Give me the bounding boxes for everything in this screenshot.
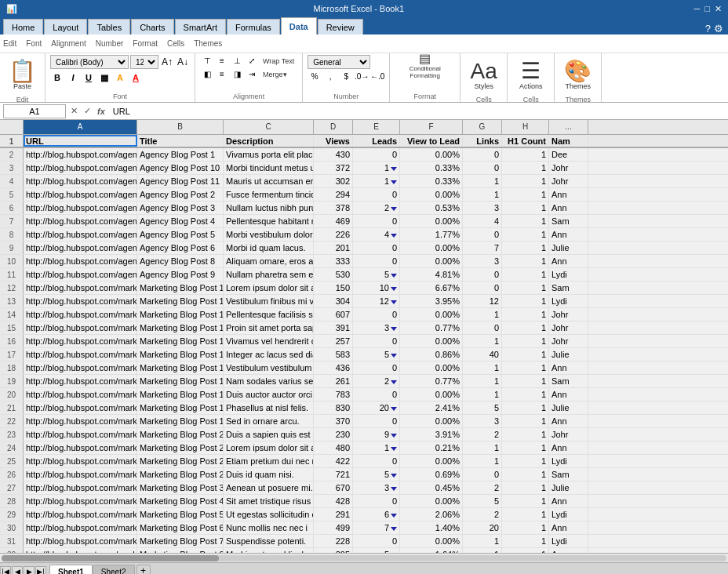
close-btn[interactable]: ✕ — [715, 4, 722, 14]
table-cell[interactable]: 1 — [502, 282, 549, 294]
table-cell[interactable]: Ann — [549, 521, 588, 534]
table-cell[interactable]: http://blog.hubspot.com/marketing/blog-p… — [24, 415, 137, 427]
table-cell[interactable]: Marketing Blog Post 15 — [137, 348, 224, 361]
increase-font-btn[interactable]: A↑ — [160, 56, 174, 67]
table-cell[interactable]: Integer ac lacus sed dia — [224, 348, 314, 361]
table-cell[interactable]: 1 — [502, 175, 549, 187]
cell-I1[interactable]: Nam — [549, 135, 588, 147]
table-cell[interactable]: Julie — [549, 401, 588, 414]
table-cell[interactable]: 3.95% — [400, 295, 463, 307]
table-cell[interactable]: http://blog.hubspot.com/marketing/blog-p… — [24, 495, 137, 507]
table-cell[interactable]: http://blog.hubspot.com/agency/blog-post… — [24, 215, 137, 227]
table-cell[interactable]: 333 — [314, 255, 353, 267]
table-cell[interactable]: 0 — [353, 388, 400, 401]
table-cell[interactable]: Marketing Blog Post 4 — [137, 495, 224, 507]
row-num-11[interactable]: 11 — [0, 268, 24, 281]
row-num-10[interactable]: 10 — [0, 255, 24, 267]
table-cell[interactable]: 150 — [314, 282, 353, 294]
table-cell[interactable]: http://blog.hubspot.com/marketing/blog-p… — [24, 455, 137, 467]
table-cell[interactable]: Pellentesque facilisis sa — [224, 308, 314, 321]
table-cell[interactable]: 1 — [463, 308, 502, 321]
table-cell[interactable]: Agency Blog Post 11 — [137, 175, 224, 187]
row-num-20[interactable]: 20 — [0, 388, 24, 401]
table-cell[interactable]: 1 — [502, 481, 549, 494]
angle-text-btn[interactable]: ⤢ — [245, 55, 259, 67]
table-cell[interactable]: Mauris ut accumsan ero — [224, 175, 314, 187]
insert-function-icon[interactable]: fx — [96, 107, 107, 116]
table-cell[interactable]: Marketing Blog Post 7 — [137, 535, 224, 547]
indent-btn[interactable]: ⇥ — [245, 68, 259, 80]
paste-button[interactable]: 📋 Paste — [5, 55, 40, 96]
table-cell[interactable]: Johr — [549, 428, 588, 441]
table-cell[interactable]: http://blog.hubspot.com/marketing/blog-p… — [24, 441, 137, 454]
col-header-G[interactable]: G — [463, 120, 502, 134]
italic-button[interactable]: I — [66, 71, 80, 85]
table-cell[interactable]: http://blog.hubspot.com/marketing/blog-p… — [24, 548, 137, 553]
table-cell[interactable]: 0.45% — [400, 481, 463, 494]
table-cell[interactable]: 1 — [463, 375, 502, 387]
table-cell[interactable]: 1 — [502, 548, 549, 553]
row-num-32[interactable]: 32 — [0, 548, 24, 553]
minimize-btn[interactable]: ─ — [694, 4, 701, 14]
table-cell[interactable]: 40 — [463, 348, 502, 361]
increase-decimal-btn[interactable]: .0→ — [355, 71, 369, 82]
table-cell[interactable]: Ann — [549, 188, 588, 201]
table-cell[interactable]: 1.40% — [400, 521, 463, 534]
number-format-select[interactable]: General — [308, 55, 370, 69]
row-num-15[interactable]: 15 — [0, 322, 24, 334]
table-cell[interactable]: Duis a sapien quis est f — [224, 428, 314, 441]
table-cell[interactable]: 0 — [353, 148, 400, 161]
table-cell[interactable]: Marketing Blog Post 5 — [137, 508, 224, 521]
table-cell[interactable]: 0.53% — [400, 202, 463, 214]
row-num-25[interactable]: 25 — [0, 455, 24, 467]
table-cell[interactable]: 1 — [502, 242, 549, 254]
table-cell[interactable]: 1 — [502, 521, 549, 534]
table-cell[interactable]: Marketing Blog Post 20 — [137, 441, 224, 454]
row-num-27[interactable]: 27 — [0, 481, 24, 494]
table-cell[interactable]: 530 — [314, 268, 353, 281]
table-cell[interactable]: 1 — [502, 495, 549, 507]
table-cell[interactable]: 4 — [463, 215, 502, 227]
table-cell[interactable]: Morbi porta sed ligula s — [224, 548, 314, 553]
row-num-31[interactable]: 31 — [0, 535, 24, 547]
table-cell[interactable]: 0.21% — [400, 441, 463, 454]
table-cell[interactable]: 3 — [463, 415, 502, 427]
align-right-btn[interactable]: ◨ — [230, 68, 244, 80]
table-cell[interactable]: 422 — [314, 455, 353, 467]
table-cell[interactable]: 0 — [353, 415, 400, 427]
table-cell[interactable]: 783 — [314, 388, 353, 401]
tab-layout[interactable]: Layout — [44, 19, 87, 35]
table-cell[interactable]: 1 — [463, 188, 502, 201]
table-cell[interactable]: Vivamus vel hendrerit o — [224, 335, 314, 347]
table-cell[interactable]: 230 — [314, 428, 353, 441]
table-cell[interactable]: 1 — [502, 228, 549, 241]
table-cell[interactable]: Marketing Blog Post 12 — [137, 322, 224, 334]
sheet-prev-btn[interactable]: ◀ — [12, 566, 23, 575]
table-cell[interactable]: Julie — [549, 481, 588, 494]
table-cell[interactable]: Sam — [549, 375, 588, 387]
table-cell[interactable]: http://blog.hubspot.com/marketing/blog-p… — [24, 322, 137, 334]
table-cell[interactable]: http://blog.hubspot.com/marketing/blog-p… — [24, 468, 137, 481]
col-header-A[interactable]: A — [24, 120, 137, 134]
table-cell[interactable]: 7 — [353, 521, 400, 534]
row-num-28[interactable]: 28 — [0, 495, 24, 507]
table-cell[interactable]: 1 — [502, 428, 549, 441]
table-cell[interactable]: 257 — [314, 335, 353, 347]
table-cell[interactable]: 5 — [463, 495, 502, 507]
col-header-D[interactable]: D — [314, 120, 353, 134]
table-cell[interactable]: 20 — [353, 401, 400, 414]
table-cell[interactable]: 469 — [314, 215, 353, 227]
table-cell[interactable]: 0 — [353, 535, 400, 547]
table-cell[interactable]: 261 — [314, 375, 353, 387]
table-cell[interactable]: Agency Blog Post 3 — [137, 202, 224, 214]
table-cell[interactable]: 480 — [314, 441, 353, 454]
underline-button[interactable]: U — [82, 71, 96, 85]
actions-button[interactable]: ☰ Actions — [515, 55, 547, 96]
comma-btn[interactable]: , — [323, 71, 337, 82]
table-cell[interactable]: Sed in ornare arcu. — [224, 415, 314, 427]
table-cell[interactable]: Agency Blog Post 1 — [137, 148, 224, 161]
table-cell[interactable]: 3 — [463, 202, 502, 214]
table-cell[interactable]: Etiam pretium dui nec n — [224, 455, 314, 467]
table-cell[interactable]: 0 — [353, 308, 400, 321]
table-cell[interactable]: 1 — [353, 162, 400, 174]
